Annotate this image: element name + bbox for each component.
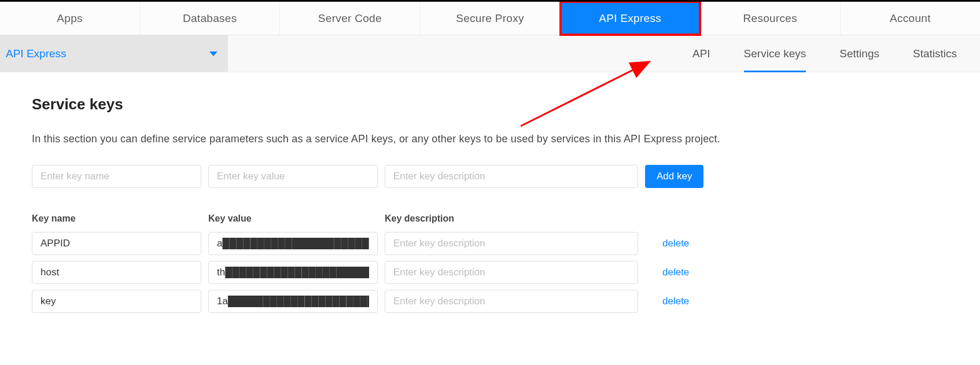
row-key-name[interactable] <box>32 290 201 313</box>
th-key-value: Key value <box>208 213 378 224</box>
add-key-button[interactable]: Add key <box>645 165 703 188</box>
key-desc-input[interactable] <box>385 165 638 188</box>
table-row: delete <box>32 261 948 284</box>
tab-settings[interactable]: Settings <box>839 35 879 72</box>
project-dropdown[interactable]: API Express <box>0 35 228 72</box>
table-row: delete <box>32 290 948 313</box>
page-description: In this section you can define service p… <box>32 133 948 145</box>
th-key-description: Key description <box>385 213 638 224</box>
tab-label: API <box>692 47 710 60</box>
row-key-value[interactable] <box>208 290 378 313</box>
th-key-name: Key name <box>32 213 201 224</box>
row-key-name[interactable] <box>32 261 201 284</box>
nav-label: Resources <box>743 12 798 25</box>
nav-resources[interactable]: Resources <box>701 2 841 35</box>
page-title: Service keys <box>32 95 948 113</box>
tab-api[interactable]: API <box>692 35 710 72</box>
row-key-value[interactable] <box>208 261 378 284</box>
key-name-input[interactable] <box>32 165 201 188</box>
content: Service keys In this section you can def… <box>0 72 980 330</box>
table-header: Key name Key value Key description <box>32 213 948 224</box>
nav-label: Databases <box>183 12 237 25</box>
nav-account[interactable]: Account <box>841 2 980 35</box>
add-key-form: Add key <box>32 165 948 188</box>
nav-label: Apps <box>57 12 83 25</box>
delete-link[interactable]: delete <box>662 267 689 278</box>
nav-databases[interactable]: Databases <box>140 2 280 35</box>
tab-service-keys[interactable]: Service keys <box>744 35 806 72</box>
row-key-desc[interactable] <box>385 261 638 284</box>
nav-label: API Express <box>599 12 661 25</box>
nav-label: Account <box>890 12 931 25</box>
tab-label: Service keys <box>744 47 806 60</box>
chevron-down-icon <box>209 51 218 56</box>
delete-link[interactable]: delete <box>662 238 689 249</box>
row-key-desc[interactable] <box>385 232 638 255</box>
row-key-value[interactable] <box>208 232 378 255</box>
key-value-input[interactable] <box>208 165 378 188</box>
nav-apps[interactable]: Apps <box>0 2 140 35</box>
tab-statistics[interactable]: Statistics <box>913 35 957 72</box>
delete-link[interactable]: delete <box>662 296 689 307</box>
project-dropdown-label: API Express <box>6 47 67 60</box>
nav-server-code[interactable]: Server Code <box>280 2 420 35</box>
tab-label: Settings <box>839 47 879 60</box>
sub-tabs: API Service keys Settings Statistics <box>228 35 980 72</box>
nav-label: Secure Proxy <box>456 12 524 25</box>
top-nav: Apps Databases Server Code Secure Proxy … <box>0 2 980 35</box>
nav-secure-proxy[interactable]: Secure Proxy <box>420 2 560 35</box>
table-row: delete <box>32 232 948 255</box>
tab-label: Statistics <box>913 47 957 60</box>
row-key-desc[interactable] <box>385 290 638 313</box>
nav-api-express[interactable]: API Express <box>561 2 701 35</box>
nav-label: Server Code <box>318 12 382 25</box>
row-key-name[interactable] <box>32 232 201 255</box>
sub-bar: API Express API Service keys Settings St… <box>0 35 980 72</box>
